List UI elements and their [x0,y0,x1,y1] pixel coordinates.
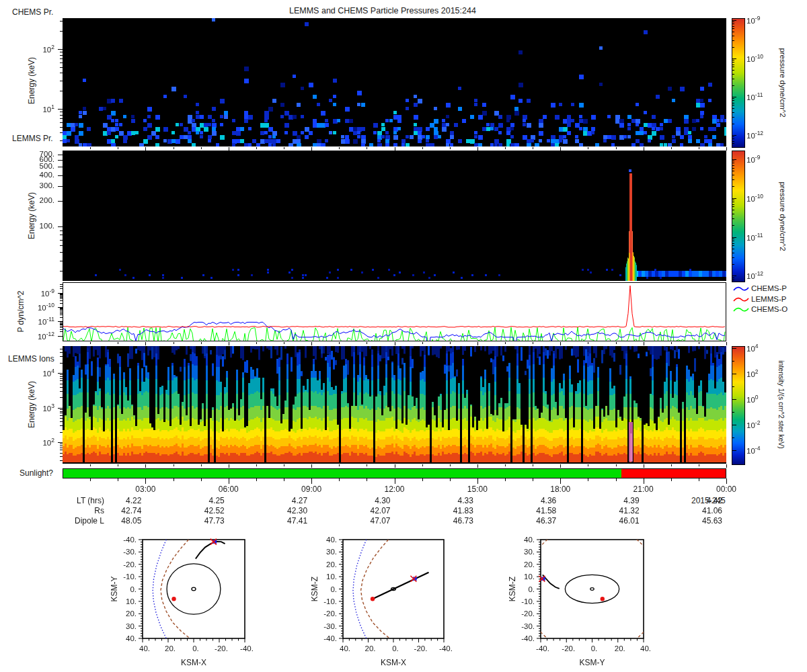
minor-tick [732,412,734,413]
minor-tick [732,136,734,137]
minor-tick [60,52,63,52]
minor-tick [60,387,63,388]
saturn [192,587,196,591]
x-tick-label: 0. [591,644,598,653]
pressure-colorbar-mid-tick [732,237,736,238]
panel-hour-tick [644,147,644,151]
pressure-colorbar-mid-tick-label: 10-10 [746,193,776,203]
minor-tick [60,296,63,297]
lemms-energy-tick [58,160,63,161]
minor-tick [60,312,63,312]
pressure-colorbar-mid-tick [732,159,736,160]
y-tick-label: -40. [323,634,337,642]
bow-shock [353,540,367,638]
ephemeris-value: 42.30 [267,506,307,515]
minor-tick [60,308,63,309]
panel-hour-tick [671,342,672,344]
minor-tick [732,22,734,22]
ephemeris-value: 4.36 [516,496,556,505]
x-tick-label: -20. [414,644,428,653]
y-tick-label: -10. [123,573,137,581]
minor-tick [60,356,63,357]
time-tick-label: 09:00 [291,485,332,494]
minor-tick [60,329,63,330]
magnetopause [161,540,190,638]
time-tick-label: 03:00 [125,485,165,494]
minor-tick [732,161,734,161]
ephemeris-row-label: Dipole L [24,516,104,526]
ephemeris-value: 47.73 [184,516,225,526]
time-tick-label: 21:00 [623,485,664,494]
ephemeris-value: 45.63 [682,516,722,526]
ephemeris-value: 46.01 [599,516,640,526]
minor-tick [732,28,734,29]
minor-tick [732,79,734,79]
minor-tick [60,286,63,287]
panel-hour-tick [174,342,174,344]
minor-tick [732,175,734,175]
minor-tick [60,384,63,384]
minor-tick [60,415,63,416]
panel-hour-tick [616,147,617,149]
x-tick-label: 20. [615,644,625,653]
ions-energy-tick [58,373,63,374]
minor-tick [732,218,734,219]
minor-tick [60,308,63,308]
panel-hour-tick [505,147,506,149]
y-tick-label: 40. [326,536,337,544]
minor-tick [60,376,63,377]
panel-hour-tick [422,147,423,149]
pressure-colorbar-mid-tick-label: 10-11 [746,232,776,242]
minor-tick [732,24,734,24]
minor-tick [732,386,734,387]
minor-tick [732,253,734,253]
panel-hour-tick [560,147,561,151]
panel-hour-tick [145,147,146,151]
pressure-colorbar-mid-tick [732,198,736,199]
minor-tick [60,303,63,304]
lemms-energy-tick [58,155,63,155]
time-axis-tick [284,478,284,481]
magnetopause [361,540,390,638]
titan-orbit [167,564,221,614]
minor-tick [732,186,734,187]
panel-hour-tick [395,342,395,345]
lemms-energy-tick-label: 400. [25,171,54,179]
minor-tick [60,380,63,381]
magnetopause [524,534,658,655]
y-tick-label: -10. [521,597,535,605]
minor-tick [60,62,63,63]
minor-tick [60,235,63,235]
ephemeris-value: 41.58 [516,506,556,515]
time-axis-tick [505,478,506,481]
orbit-ksmz-vs-ksmy: 40.30.20.10.0.-10.-20.-30.-40.-40.-20.0.… [506,534,658,672]
minor-tick [732,138,734,139]
x-axis-label: KSM-X [381,658,406,667]
panel-hour-tick [726,464,727,468]
panel-hour-tick [450,464,451,466]
minor-tick [60,413,63,413]
minor-tick [60,122,63,123]
panel-hour-tick [533,464,533,466]
minor-tick [60,444,63,444]
intensity-colorbar-tick-label: 10-4 [746,445,776,455]
minor-tick [60,446,63,446]
plot-frame [143,540,245,638]
chems-energy-tick [58,49,63,50]
minor-tick [60,55,63,56]
panel-hour-tick [311,342,312,345]
plot-frame [541,540,644,638]
plot-page: { "title": "LEMMS and CHEMS Particle Pre… [0,0,807,672]
panel-hour-tick [477,147,478,151]
lemms-energy-tick-label: 100. [25,222,54,230]
minor-tick [60,327,63,328]
minor-tick [732,143,734,144]
minor-tick [60,21,63,22]
ephemeris-value: 48.05 [101,516,141,526]
panel-hour-tick [201,147,202,149]
time-axis-tick [588,478,588,481]
panel-hour-tick [118,147,118,149]
minor-tick [60,118,63,119]
panel-hour-tick [477,464,478,468]
orbit-ksmy-vs-ksmx: -40.-30.-20.-10.0.10.20.30.40.40.20.0.-2… [108,534,260,672]
